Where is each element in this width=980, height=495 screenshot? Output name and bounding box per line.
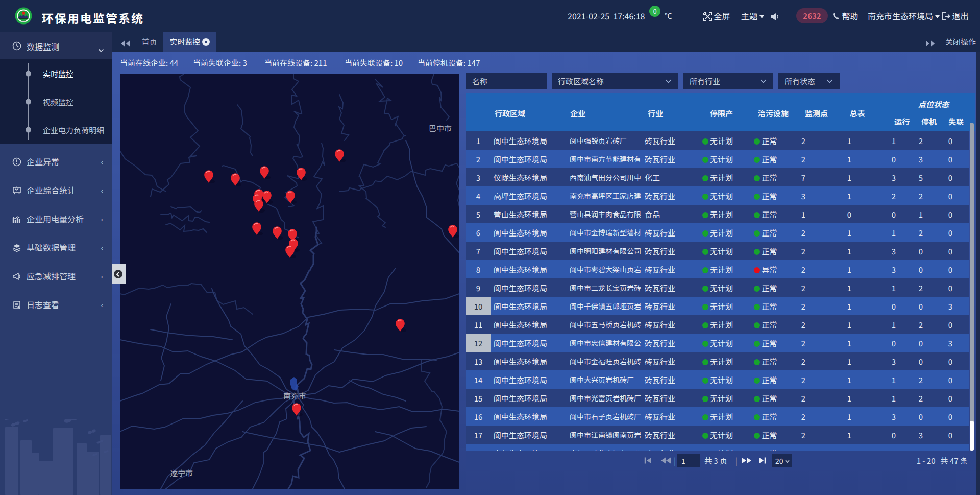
svg-text:巴中市: 巴中市 bbox=[429, 123, 452, 133]
svg-text:遂宁市: 遂宁市 bbox=[170, 467, 193, 478]
svg-text:南充市: 南充市 bbox=[283, 390, 306, 401]
